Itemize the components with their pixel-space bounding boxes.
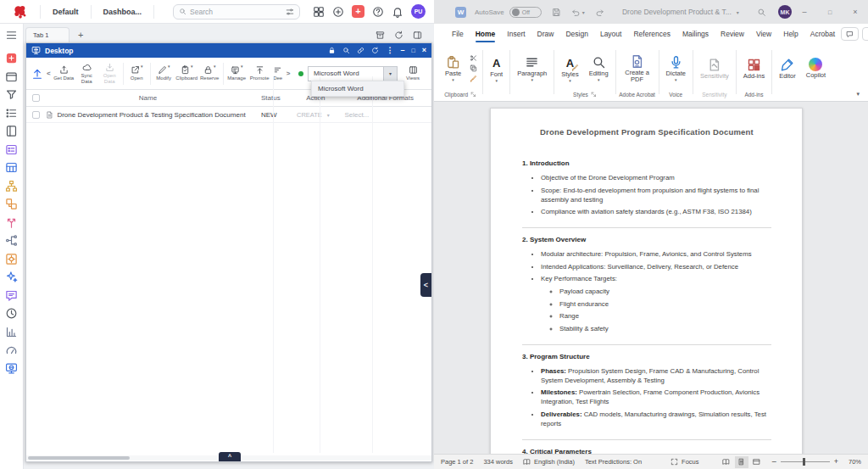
window-minimize-button[interactable]: – [400,47,404,54]
new-tab-button[interactable]: + [78,31,83,42]
sidebar-analytics-icon[interactable] [5,326,18,338]
scrollbar-thumb[interactable] [28,456,130,460]
layout-icon[interactable] [413,31,422,40]
cut-icon[interactable] [470,54,477,62]
search-filter-icon[interactable] [286,8,294,16]
sidebar-history-icon[interactable] [5,307,18,320]
zoom-in-button[interactable]: + [834,458,838,466]
tab-design[interactable]: Design [559,24,593,44]
read-mode-button[interactable] [720,456,733,468]
expand-panel-button[interactable]: ^ [219,452,241,461]
tab-insert[interactable]: Insert [501,24,531,44]
tab-1[interactable]: Tab 1 [25,27,70,42]
sidebar-create-icon[interactable] [5,52,18,64]
dashboard-switcher[interactable]: Dashboa... [100,8,146,16]
sidebar-hierarchy-icon[interactable] [5,180,18,193]
create-pdf-button[interactable]: Create a PDF [619,54,656,83]
clipboard-dialog-launcher-icon[interactable] [470,92,476,98]
word-count[interactable]: 334 words [483,458,513,466]
word-user-avatar[interactable]: MK [778,5,792,19]
sidebar-dashboard-icon[interactable] [5,343,18,356]
tab-references[interactable]: References [627,24,676,44]
sidebar-table-icon[interactable] [5,161,18,174]
menu-icon[interactable] [5,29,18,42]
refresh-icon[interactable] [394,31,403,40]
paragraph-button[interactable]: Paragraph ▾ [513,55,551,81]
sidebar-desktop-icon[interactable] [5,362,18,375]
sidebar-chat-icon[interactable] [5,289,18,302]
save-icon[interactable] [552,8,561,17]
zoom-level[interactable]: 70% [843,458,861,466]
page-indicator[interactable]: Page 1 of 2 [441,458,473,466]
copilot-button[interactable]: Copilot [802,58,830,79]
language-indicator[interactable]: English (India) [534,458,575,466]
tab-home[interactable]: Home [470,24,502,44]
format-painter-icon[interactable] [470,75,477,82]
sidebar-branch-icon[interactable] [5,216,18,229]
tab-view[interactable]: View [750,24,777,44]
connector-option-word[interactable]: Microsoft Word [312,81,403,96]
help-icon[interactable] [372,6,384,18]
font-button[interactable]: A Font ▾ [486,55,507,82]
document-title-dropdown[interactable]: Drone Development Product & T... ▾ [622,8,739,16]
sidebar-package-icon[interactable] [5,253,18,265]
dictate-button[interactable]: Dictate ▾ [662,55,690,81]
lock-icon[interactable] [328,47,336,54]
sidebar-bom-icon[interactable] [5,198,18,210]
sidebar-window-icon[interactable] [5,70,18,83]
window-search-icon[interactable] [342,47,350,54]
add-icon[interactable] [332,6,344,18]
tab-file[interactable]: File [446,24,470,44]
zoom-slider-thumb[interactable] [803,458,805,466]
print-layout-button[interactable] [735,456,748,468]
sidebar-form-icon[interactable] [5,143,18,156]
link-icon[interactable] [357,47,364,54]
user-avatar[interactable]: PU [411,4,426,19]
styles-dialog-launcher-icon[interactable] [591,92,597,98]
editing-mode-button[interactable]: ▾ [862,27,868,41]
autosave-toggle[interactable]: Off [509,7,542,18]
global-search[interactable] [173,4,300,20]
undo-icon[interactable] [571,8,581,17]
notifications-icon[interactable] [392,6,403,18]
text-predictions[interactable]: Text Predictions: On [585,458,642,466]
document-page[interactable]: Drone Development Program Specification … [490,108,803,454]
sidebar-ai-icon[interactable] [5,271,18,283]
word-maximize-button[interactable]: □ [817,9,843,15]
editing-button[interactable]: Editing ▾ [585,55,613,81]
window-maximize-button[interactable]: □ [412,47,415,53]
desktop-window-titlebar[interactable]: Desktop ⋮ – □ × [26,43,431,58]
paste-button[interactable]: Paste ▾ [441,55,465,81]
styles-button[interactable]: A Styles ▾ [557,55,582,82]
window-menu-icon[interactable]: ⋮ [386,47,393,54]
sidebar-list-icon[interactable] [5,107,18,120]
tab-acrobat[interactable]: Acrobat [804,24,841,44]
zoom-slider[interactable] [781,461,830,462]
focus-mode-button[interactable]: Focus [670,458,698,466]
word-close-button[interactable]: × [843,8,868,16]
addins-button[interactable]: Add-ins [739,58,769,80]
copy-icon[interactable] [470,64,477,72]
workspace-switcher[interactable]: Default [49,8,82,16]
sidebar-filter-icon[interactable] [5,88,18,101]
search-input[interactable] [190,8,282,16]
create-button[interactable]: + [352,5,364,18]
editor-button[interactable]: Editor [775,58,800,80]
undo-caret[interactable]: ▾ [582,9,585,15]
tab-help[interactable]: Help [777,24,804,44]
archive-icon[interactable] [376,31,385,40]
zoom-out-button[interactable]: – [772,458,776,466]
window-close-button[interactable]: × [422,47,426,54]
word-search-icon[interactable] [757,8,766,17]
web-layout-button[interactable] [750,456,764,468]
tab-mailings[interactable]: Mailings [676,24,715,44]
tab-review[interactable]: Review [715,24,750,44]
sidebar-workflow-icon[interactable] [5,234,18,247]
word-minimize-button[interactable]: – [792,8,817,16]
ribbon-collapse-icon[interactable]: ▾ [856,91,860,98]
apps-icon[interactable] [313,6,325,18]
proofing-icon[interactable] [523,458,531,466]
sidebar-document-icon[interactable] [5,125,18,137]
redo-icon[interactable] [595,8,604,17]
comments-button[interactable] [841,27,859,41]
